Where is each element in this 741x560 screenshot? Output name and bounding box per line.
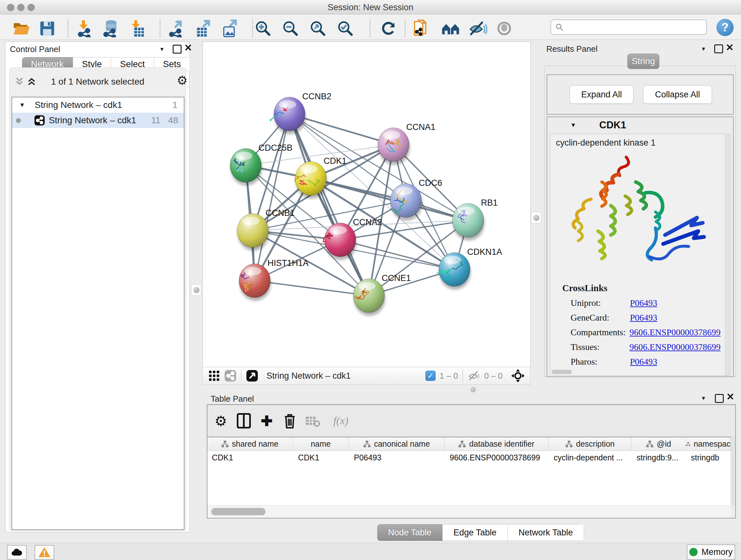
network-canvas[interactable]: CCNB2CCNA1CDC25BCDK1CDC6RB1CCNB1CCNA2CDK…: [202, 42, 531, 367]
zoom-fit-button[interactable]: [308, 20, 328, 37]
save-session-button[interactable]: [37, 20, 57, 37]
table-vertical-scrollbar[interactable]: [731, 437, 736, 505]
table-cell[interactable]: stringdb: [686, 451, 731, 464]
table-column-header[interactable]: name: [293, 437, 349, 450]
string-import-button[interactable]: [411, 20, 431, 37]
table-column-header[interactable]: namespac: [686, 437, 731, 450]
import-table-button[interactable]: [127, 20, 147, 37]
network-edge-CCNB2-HIST1H1A[interactable]: [255, 114, 289, 281]
table-cell[interactable]: 9606.ENSP00000378699: [445, 451, 549, 464]
right-splitter-handle[interactable]: [531, 212, 541, 224]
function-builder-icon[interactable]: f(x): [332, 413, 350, 429]
import-network-from-database-button[interactable]: [100, 20, 121, 37]
open-session-button[interactable]: [11, 20, 32, 37]
refresh-button[interactable]: [379, 20, 399, 37]
table-cell[interactable]: CDK1: [293, 451, 349, 464]
export-image-button[interactable]: [219, 20, 240, 37]
cloud-status-button[interactable]: [7, 545, 27, 560]
memory-button[interactable]: Memory: [687, 544, 735, 560]
results-vertical-scrollbar[interactable]: [725, 135, 730, 375]
panel-float-icon[interactable]: [173, 45, 182, 54]
network-node-HIST1H1A[interactable]: HIST1H1A: [239, 258, 309, 301]
table-cell[interactable]: CDK1: [207, 451, 293, 464]
search-input[interactable]: [564, 22, 706, 33]
panel-close-icon[interactable]: ✕: [726, 393, 734, 400]
table-type-tab[interactable]: Network Table: [508, 524, 584, 541]
panel-float-icon[interactable]: [715, 394, 724, 403]
delete-column-trash-icon[interactable]: [280, 413, 299, 429]
table-settings-gear-icon[interactable]: ⚙: [212, 413, 230, 429]
network-graph[interactable]: CCNB2CCNA1CDC25BCDK1CDC6RB1CCNB1CCNA2CDK…: [203, 42, 530, 367]
hide-selected-button[interactable]: [468, 20, 488, 37]
table-column-header[interactable]: description: [549, 437, 631, 450]
table-type-tab[interactable]: Node Table: [377, 524, 443, 541]
network-node-CCNB2[interactable]: CCNB2: [270, 91, 331, 134]
network-node-CDC6[interactable]: CDC6: [390, 178, 442, 221]
collapse-all-button[interactable]: Collapse All: [643, 85, 712, 104]
export-table-button[interactable]: [193, 20, 213, 37]
hidden-eye-slash-icon[interactable]: [468, 370, 480, 381]
network-node-CCNB1[interactable]: CCNB1: [237, 208, 295, 251]
network-tree-root-row[interactable]: ▼ String Network – cdk1 1: [12, 98, 184, 113]
crosslink-label: Pharos:: [570, 357, 630, 367]
crosslink-link[interactable]: P06493: [630, 357, 657, 367]
birds-eye-view-icon[interactable]: [208, 370, 220, 381]
zoom-in-button[interactable]: [253, 20, 273, 37]
network-tree-item-row[interactable]: String Network – cdk1 11 48: [12, 113, 184, 128]
network-edge-CCNB2-CCNE1[interactable]: [289, 114, 369, 296]
table-horizontal-scrollbar[interactable]: [207, 505, 731, 517]
panel-float-icon[interactable]: [714, 44, 723, 53]
table-column-header[interactable]: canonical name: [349, 437, 445, 450]
export-network-button[interactable]: [166, 20, 186, 37]
panel-close-icon[interactable]: ✕: [726, 44, 734, 51]
left-splitter-handle[interactable]: [191, 284, 201, 296]
panel-menu-caret-icon[interactable]: ▼: [701, 46, 706, 52]
help-button[interactable]: ?: [717, 19, 734, 36]
panel-menu-caret-icon[interactable]: ▼: [701, 395, 706, 401]
show-all-button[interactable]: [494, 20, 515, 37]
table-type-tab[interactable]: Edge Table: [442, 524, 508, 541]
results-horizontal-scroll-thumb[interactable]: [551, 370, 572, 374]
crosslink-link[interactable]: P06493: [630, 298, 657, 308]
gear-icon[interactable]: ⚙: [177, 73, 188, 87]
footer-separator: [462, 369, 463, 382]
crosslink-label: GeneCard:: [570, 313, 630, 323]
zoom-out-button[interactable]: [280, 20, 300, 37]
table-row[interactable]: CDK1CDK1P064939606.ENSP00000378699cyclin…: [207, 451, 731, 464]
tree-expand-caret-icon[interactable]: ▼: [19, 102, 25, 109]
network-edge-HIST1H1A-CCNE1[interactable]: [255, 281, 369, 296]
panel-menu-caret-icon[interactable]: ▼: [159, 46, 165, 53]
crosslink-link[interactable]: P06493: [630, 313, 657, 323]
string-share-gray-icon[interactable]: [224, 370, 237, 382]
selected-nodes-checkbox[interactable]: ✓: [425, 371, 435, 381]
houses-icon: [441, 20, 460, 37]
delete-table-icon[interactable]: [304, 413, 322, 429]
table-cell[interactable]: P06493: [349, 451, 445, 464]
network-node-CDC25B[interactable]: CDC25B: [230, 143, 293, 186]
section-collapse-caret-icon[interactable]: ▼: [570, 122, 576, 129]
table-column-header[interactable]: shared name: [207, 437, 293, 450]
search-field[interactable]: [550, 19, 707, 35]
enrichment-button[interactable]: [441, 20, 461, 37]
node-label-RB1: RB1: [481, 198, 498, 207]
database-import-icon: [102, 19, 119, 37]
table-column-header[interactable]: database identifier: [445, 437, 549, 450]
warning-status-button[interactable]: [35, 545, 54, 560]
import-network-button[interactable]: [74, 20, 94, 37]
network-node-RB1[interactable]: RB1: [453, 198, 498, 240]
crosshair-move-icon[interactable]: [511, 369, 525, 383]
panel-close-icon[interactable]: ✕: [184, 44, 192, 51]
results-tab-string[interactable]: String: [627, 54, 659, 69]
horizontal-splitter-handle[interactable]: [470, 387, 476, 392]
add-column-icon[interactable]: ✚: [258, 413, 276, 429]
table-cell[interactable]: stringdb:9...: [631, 451, 686, 464]
table-cell[interactable]: cyclin-dependent ...: [549, 451, 631, 464]
crosslink-link[interactable]: 9606.ENSP00000378699: [630, 327, 721, 337]
zoom-selected-button[interactable]: [335, 20, 355, 37]
crosslink-link[interactable]: 9606.ENSP00000378699: [630, 342, 721, 352]
show-columns-icon[interactable]: [234, 413, 253, 429]
scrollbar-thumb[interactable]: [211, 508, 266, 515]
table-column-header[interactable]: @id: [631, 437, 686, 450]
open-in-new-window-icon[interactable]: [246, 370, 258, 382]
expand-all-button[interactable]: Expand All: [569, 85, 633, 104]
